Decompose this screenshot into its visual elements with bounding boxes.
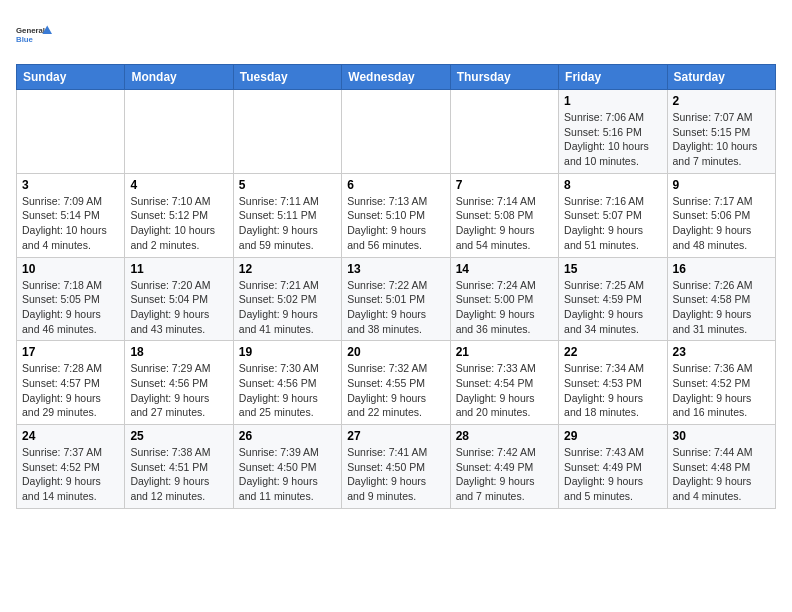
day-detail: Sunrise: 7:07 AM Sunset: 5:15 PM Dayligh… bbox=[673, 110, 770, 169]
day-detail: Sunrise: 7:33 AM Sunset: 4:54 PM Dayligh… bbox=[456, 361, 553, 420]
calendar-cell bbox=[450, 90, 558, 174]
calendar-week-4: 17Sunrise: 7:28 AM Sunset: 4:57 PM Dayli… bbox=[17, 341, 776, 425]
calendar-cell bbox=[17, 90, 125, 174]
day-detail: Sunrise: 7:38 AM Sunset: 4:51 PM Dayligh… bbox=[130, 445, 227, 504]
calendar-week-1: 1Sunrise: 7:06 AM Sunset: 5:16 PM Daylig… bbox=[17, 90, 776, 174]
weekday-header-row: SundayMondayTuesdayWednesdayThursdayFrid… bbox=[17, 65, 776, 90]
calendar-cell: 26Sunrise: 7:39 AM Sunset: 4:50 PM Dayli… bbox=[233, 425, 341, 509]
day-number: 21 bbox=[456, 345, 553, 359]
weekday-header-tuesday: Tuesday bbox=[233, 65, 341, 90]
day-detail: Sunrise: 7:30 AM Sunset: 4:56 PM Dayligh… bbox=[239, 361, 336, 420]
calendar-cell: 3Sunrise: 7:09 AM Sunset: 5:14 PM Daylig… bbox=[17, 173, 125, 257]
day-detail: Sunrise: 7:36 AM Sunset: 4:52 PM Dayligh… bbox=[673, 361, 770, 420]
calendar-cell: 13Sunrise: 7:22 AM Sunset: 5:01 PM Dayli… bbox=[342, 257, 450, 341]
weekday-header-monday: Monday bbox=[125, 65, 233, 90]
calendar-week-2: 3Sunrise: 7:09 AM Sunset: 5:14 PM Daylig… bbox=[17, 173, 776, 257]
day-number: 2 bbox=[673, 94, 770, 108]
day-number: 30 bbox=[673, 429, 770, 443]
day-number: 18 bbox=[130, 345, 227, 359]
day-number: 10 bbox=[22, 262, 119, 276]
day-number: 9 bbox=[673, 178, 770, 192]
calendar-cell: 14Sunrise: 7:24 AM Sunset: 5:00 PM Dayli… bbox=[450, 257, 558, 341]
day-number: 5 bbox=[239, 178, 336, 192]
calendar-cell: 1Sunrise: 7:06 AM Sunset: 5:16 PM Daylig… bbox=[559, 90, 667, 174]
weekday-header-saturday: Saturday bbox=[667, 65, 775, 90]
day-detail: Sunrise: 7:14 AM Sunset: 5:08 PM Dayligh… bbox=[456, 194, 553, 253]
day-number: 13 bbox=[347, 262, 444, 276]
page-header: General Blue bbox=[16, 16, 776, 52]
day-detail: Sunrise: 7:43 AM Sunset: 4:49 PM Dayligh… bbox=[564, 445, 661, 504]
calendar-week-5: 24Sunrise: 7:37 AM Sunset: 4:52 PM Dayli… bbox=[17, 425, 776, 509]
calendar-cell bbox=[125, 90, 233, 174]
day-detail: Sunrise: 7:24 AM Sunset: 5:00 PM Dayligh… bbox=[456, 278, 553, 337]
calendar-cell: 18Sunrise: 7:29 AM Sunset: 4:56 PM Dayli… bbox=[125, 341, 233, 425]
calendar-cell: 5Sunrise: 7:11 AM Sunset: 5:11 PM Daylig… bbox=[233, 173, 341, 257]
calendar-cell: 30Sunrise: 7:44 AM Sunset: 4:48 PM Dayli… bbox=[667, 425, 775, 509]
day-detail: Sunrise: 7:21 AM Sunset: 5:02 PM Dayligh… bbox=[239, 278, 336, 337]
day-number: 19 bbox=[239, 345, 336, 359]
day-number: 8 bbox=[564, 178, 661, 192]
day-number: 28 bbox=[456, 429, 553, 443]
day-number: 4 bbox=[130, 178, 227, 192]
day-detail: Sunrise: 7:32 AM Sunset: 4:55 PM Dayligh… bbox=[347, 361, 444, 420]
calendar-cell bbox=[342, 90, 450, 174]
svg-text:Blue: Blue bbox=[16, 35, 34, 44]
day-number: 12 bbox=[239, 262, 336, 276]
day-number: 15 bbox=[564, 262, 661, 276]
logo: General Blue bbox=[16, 16, 52, 52]
calendar-cell: 24Sunrise: 7:37 AM Sunset: 4:52 PM Dayli… bbox=[17, 425, 125, 509]
calendar-cell: 25Sunrise: 7:38 AM Sunset: 4:51 PM Dayli… bbox=[125, 425, 233, 509]
calendar-cell: 15Sunrise: 7:25 AM Sunset: 4:59 PM Dayli… bbox=[559, 257, 667, 341]
day-number: 26 bbox=[239, 429, 336, 443]
calendar-cell: 8Sunrise: 7:16 AM Sunset: 5:07 PM Daylig… bbox=[559, 173, 667, 257]
calendar-cell bbox=[233, 90, 341, 174]
day-detail: Sunrise: 7:13 AM Sunset: 5:10 PM Dayligh… bbox=[347, 194, 444, 253]
day-number: 7 bbox=[456, 178, 553, 192]
day-number: 27 bbox=[347, 429, 444, 443]
day-detail: Sunrise: 7:10 AM Sunset: 5:12 PM Dayligh… bbox=[130, 194, 227, 253]
calendar-week-3: 10Sunrise: 7:18 AM Sunset: 5:05 PM Dayli… bbox=[17, 257, 776, 341]
day-number: 20 bbox=[347, 345, 444, 359]
day-detail: Sunrise: 7:42 AM Sunset: 4:49 PM Dayligh… bbox=[456, 445, 553, 504]
calendar-cell: 20Sunrise: 7:32 AM Sunset: 4:55 PM Dayli… bbox=[342, 341, 450, 425]
day-number: 1 bbox=[564, 94, 661, 108]
day-detail: Sunrise: 7:28 AM Sunset: 4:57 PM Dayligh… bbox=[22, 361, 119, 420]
weekday-header-friday: Friday bbox=[559, 65, 667, 90]
day-number: 22 bbox=[564, 345, 661, 359]
weekday-header-wednesday: Wednesday bbox=[342, 65, 450, 90]
calendar-cell: 19Sunrise: 7:30 AM Sunset: 4:56 PM Dayli… bbox=[233, 341, 341, 425]
weekday-header-thursday: Thursday bbox=[450, 65, 558, 90]
day-detail: Sunrise: 7:16 AM Sunset: 5:07 PM Dayligh… bbox=[564, 194, 661, 253]
calendar-cell: 23Sunrise: 7:36 AM Sunset: 4:52 PM Dayli… bbox=[667, 341, 775, 425]
calendar-cell: 9Sunrise: 7:17 AM Sunset: 5:06 PM Daylig… bbox=[667, 173, 775, 257]
calendar-cell: 16Sunrise: 7:26 AM Sunset: 4:58 PM Dayli… bbox=[667, 257, 775, 341]
day-number: 29 bbox=[564, 429, 661, 443]
day-number: 25 bbox=[130, 429, 227, 443]
day-number: 23 bbox=[673, 345, 770, 359]
calendar-cell: 22Sunrise: 7:34 AM Sunset: 4:53 PM Dayli… bbox=[559, 341, 667, 425]
day-detail: Sunrise: 7:20 AM Sunset: 5:04 PM Dayligh… bbox=[130, 278, 227, 337]
calendar-cell: 12Sunrise: 7:21 AM Sunset: 5:02 PM Dayli… bbox=[233, 257, 341, 341]
calendar-cell: 7Sunrise: 7:14 AM Sunset: 5:08 PM Daylig… bbox=[450, 173, 558, 257]
calendar-cell: 2Sunrise: 7:07 AM Sunset: 5:15 PM Daylig… bbox=[667, 90, 775, 174]
day-number: 17 bbox=[22, 345, 119, 359]
day-number: 16 bbox=[673, 262, 770, 276]
calendar-cell: 29Sunrise: 7:43 AM Sunset: 4:49 PM Dayli… bbox=[559, 425, 667, 509]
day-detail: Sunrise: 7:26 AM Sunset: 4:58 PM Dayligh… bbox=[673, 278, 770, 337]
day-detail: Sunrise: 7:22 AM Sunset: 5:01 PM Dayligh… bbox=[347, 278, 444, 337]
calendar-cell: 6Sunrise: 7:13 AM Sunset: 5:10 PM Daylig… bbox=[342, 173, 450, 257]
calendar-table: SundayMondayTuesdayWednesdayThursdayFrid… bbox=[16, 64, 776, 509]
calendar-cell: 4Sunrise: 7:10 AM Sunset: 5:12 PM Daylig… bbox=[125, 173, 233, 257]
day-detail: Sunrise: 7:09 AM Sunset: 5:14 PM Dayligh… bbox=[22, 194, 119, 253]
day-number: 14 bbox=[456, 262, 553, 276]
day-detail: Sunrise: 7:06 AM Sunset: 5:16 PM Dayligh… bbox=[564, 110, 661, 169]
day-number: 6 bbox=[347, 178, 444, 192]
svg-text:General: General bbox=[16, 26, 45, 35]
day-detail: Sunrise: 7:11 AM Sunset: 5:11 PM Dayligh… bbox=[239, 194, 336, 253]
calendar-cell: 17Sunrise: 7:28 AM Sunset: 4:57 PM Dayli… bbox=[17, 341, 125, 425]
calendar-cell: 11Sunrise: 7:20 AM Sunset: 5:04 PM Dayli… bbox=[125, 257, 233, 341]
logo-svg: General Blue bbox=[16, 16, 52, 52]
day-number: 11 bbox=[130, 262, 227, 276]
day-detail: Sunrise: 7:29 AM Sunset: 4:56 PM Dayligh… bbox=[130, 361, 227, 420]
day-detail: Sunrise: 7:39 AM Sunset: 4:50 PM Dayligh… bbox=[239, 445, 336, 504]
